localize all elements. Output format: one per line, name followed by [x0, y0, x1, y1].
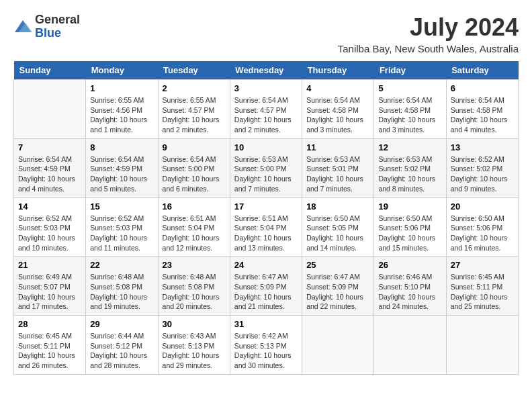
daylight: Daylight: 10 hours and 6 minutes. [163, 175, 220, 193]
calendar-cell: 18 Sunrise: 6:50 AM Sunset: 5:05 PM Dayl… [302, 197, 374, 257]
sunrise: Sunrise: 6:45 AM [18, 332, 72, 340]
calendar-cell: 11 Sunrise: 6:53 AM Sunset: 5:01 PM Dayl… [302, 138, 374, 197]
sunset: Sunset: 5:06 PM [451, 224, 503, 232]
daylight: Daylight: 10 hours and 30 minutes. [234, 351, 292, 369]
day-number: 19 [378, 201, 441, 212]
day-number: 16 [163, 201, 226, 212]
sunrise: Sunrise: 6:52 AM [18, 214, 72, 222]
daylight: Daylight: 10 hours and 26 minutes. [18, 351, 75, 369]
sunrise: Sunrise: 6:46 AM [378, 273, 432, 281]
daylight: Daylight: 10 hours and 8 minutes. [378, 175, 435, 193]
header-row: SundayMondayTuesdayWednesdayThursdayFrid… [14, 61, 519, 80]
page-header: General Blue July 2024 Tanilba Bay, New … [13, 13, 519, 54]
sunset: Sunset: 5:07 PM [18, 283, 71, 291]
header-friday: Friday [374, 61, 446, 80]
day-number: 20 [451, 201, 514, 212]
calendar-cell [302, 316, 374, 375]
calendar-cell: 25 Sunrise: 6:47 AM Sunset: 5:09 PM Dayl… [302, 257, 374, 316]
sunset: Sunset: 5:12 PM [90, 342, 142, 350]
sunrise: Sunrise: 6:48 AM [163, 273, 216, 281]
calendar-cell: 15 Sunrise: 6:52 AM Sunset: 5:03 PM Dayl… [86, 197, 158, 257]
calendar-cell: 1 Sunrise: 6:55 AM Sunset: 4:56 PM Dayli… [86, 80, 158, 139]
day-number: 10 [234, 142, 298, 152]
sunset: Sunset: 4:59 PM [90, 165, 142, 173]
day-info: Sunrise: 6:42 AM Sunset: 5:13 PM Dayligh… [234, 331, 298, 371]
calendar-cell: 7 Sunrise: 6:54 AM Sunset: 4:59 PM Dayli… [14, 138, 86, 197]
calendar-cell: 27 Sunrise: 6:45 AM Sunset: 5:11 PM Dayl… [446, 257, 518, 316]
header-saturday: Saturday [446, 61, 518, 80]
calendar-cell [14, 80, 86, 139]
logo-icon [13, 17, 32, 36]
daylight: Daylight: 10 hours and 13 minutes. [234, 234, 292, 252]
day-info: Sunrise: 6:54 AM Sunset: 4:58 PM Dayligh… [306, 95, 369, 135]
day-number: 4 [306, 83, 369, 93]
day-info: Sunrise: 6:49 AM Sunset: 5:07 PM Dayligh… [18, 272, 81, 312]
week-row-1: 1 Sunrise: 6:55 AM Sunset: 4:56 PM Dayli… [14, 80, 519, 139]
day-number: 7 [18, 142, 81, 152]
sunset: Sunset: 5:04 PM [163, 224, 215, 232]
sunrise: Sunrise: 6:53 AM [234, 155, 288, 163]
sunset: Sunset: 5:03 PM [18, 224, 71, 232]
day-info: Sunrise: 6:52 AM Sunset: 5:03 PM Dayligh… [90, 214, 153, 253]
daylight: Daylight: 10 hours and 3 minutes. [306, 116, 363, 134]
day-info: Sunrise: 6:54 AM Sunset: 4:59 PM Dayligh… [90, 154, 153, 194]
sunrise: Sunrise: 6:52 AM [451, 155, 504, 163]
daylight: Daylight: 10 hours and 9 minutes. [451, 175, 508, 193]
sunrise: Sunrise: 6:53 AM [306, 155, 360, 163]
daylight: Daylight: 10 hours and 17 minutes. [18, 293, 75, 311]
day-number: 18 [306, 201, 369, 212]
logo-text: General Blue [35, 13, 80, 40]
calendar-cell: 6 Sunrise: 6:54 AM Sunset: 4:58 PM Dayli… [446, 80, 518, 139]
sunset: Sunset: 5:11 PM [18, 342, 71, 350]
day-number: 3 [234, 83, 298, 93]
calendar-cell: 9 Sunrise: 6:54 AM Sunset: 5:00 PM Dayli… [158, 138, 230, 197]
sunset: Sunset: 4:56 PM [90, 106, 142, 114]
daylight: Daylight: 10 hours and 7 minutes. [234, 175, 292, 193]
daylight: Daylight: 10 hours and 11 minutes. [90, 234, 147, 252]
day-number: 13 [451, 142, 514, 152]
calendar-cell: 26 Sunrise: 6:46 AM Sunset: 5:10 PM Dayl… [374, 257, 446, 316]
daylight: Daylight: 10 hours and 10 minutes. [18, 234, 75, 252]
calendar-cell [446, 316, 518, 375]
day-number: 17 [234, 201, 298, 212]
calendar-cell: 2 Sunrise: 6:55 AM Sunset: 4:57 PM Dayli… [158, 80, 230, 139]
calendar-cell: 4 Sunrise: 6:54 AM Sunset: 4:58 PM Dayli… [302, 80, 374, 139]
daylight: Daylight: 10 hours and 22 minutes. [306, 293, 363, 311]
title-block: July 2024 Tanilba Bay, New South Wales, … [338, 13, 519, 54]
sunrise: Sunrise: 6:44 AM [90, 332, 144, 340]
sunrise: Sunrise: 6:51 AM [234, 214, 288, 222]
sunrise: Sunrise: 6:54 AM [306, 96, 360, 104]
day-number: 26 [378, 260, 441, 270]
header-monday: Monday [86, 61, 158, 80]
sunset: Sunset: 5:05 PM [306, 224, 359, 232]
daylight: Daylight: 10 hours and 1 minute. [90, 116, 147, 134]
sunrise: Sunrise: 6:42 AM [234, 332, 288, 340]
calendar-cell: 24 Sunrise: 6:47 AM Sunset: 5:09 PM Dayl… [230, 257, 302, 316]
sunrise: Sunrise: 6:43 AM [163, 332, 216, 340]
header-thursday: Thursday [302, 61, 374, 80]
daylight: Daylight: 10 hours and 28 minutes. [90, 351, 147, 369]
header-tuesday: Tuesday [158, 61, 230, 80]
week-row-3: 14 Sunrise: 6:52 AM Sunset: 5:03 PM Dayl… [14, 197, 519, 257]
daylight: Daylight: 10 hours and 4 minutes. [451, 116, 508, 134]
calendar-cell: 19 Sunrise: 6:50 AM Sunset: 5:06 PM Dayl… [374, 197, 446, 257]
day-info: Sunrise: 6:54 AM Sunset: 5:00 PM Dayligh… [163, 154, 226, 194]
sunset: Sunset: 4:58 PM [306, 106, 359, 114]
calendar-cell: 17 Sunrise: 6:51 AM Sunset: 5:04 PM Dayl… [230, 197, 302, 257]
calendar-cell: 30 Sunrise: 6:43 AM Sunset: 5:13 PM Dayl… [158, 316, 230, 375]
daylight: Daylight: 10 hours and 2 minutes. [163, 116, 220, 134]
sunrise: Sunrise: 6:45 AM [451, 273, 504, 281]
calendar-table: SundayMondayTuesdayWednesdayThursdayFrid… [13, 61, 519, 375]
calendar-cell: 5 Sunrise: 6:54 AM Sunset: 4:58 PM Dayli… [374, 80, 446, 139]
sunrise: Sunrise: 6:50 AM [451, 214, 504, 222]
calendar-cell: 21 Sunrise: 6:49 AM Sunset: 5:07 PM Dayl… [14, 257, 86, 316]
sunset: Sunset: 5:09 PM [306, 283, 359, 291]
day-info: Sunrise: 6:43 AM Sunset: 5:13 PM Dayligh… [163, 331, 226, 371]
day-info: Sunrise: 6:47 AM Sunset: 5:09 PM Dayligh… [234, 272, 298, 312]
sunset: Sunset: 5:13 PM [234, 342, 287, 350]
calendar-cell: 13 Sunrise: 6:52 AM Sunset: 5:02 PM Dayl… [446, 138, 518, 197]
daylight: Daylight: 10 hours and 15 minutes. [378, 234, 435, 252]
logo: General Blue [13, 13, 80, 40]
sunset: Sunset: 5:09 PM [234, 283, 287, 291]
sunset: Sunset: 5:00 PM [234, 165, 287, 173]
